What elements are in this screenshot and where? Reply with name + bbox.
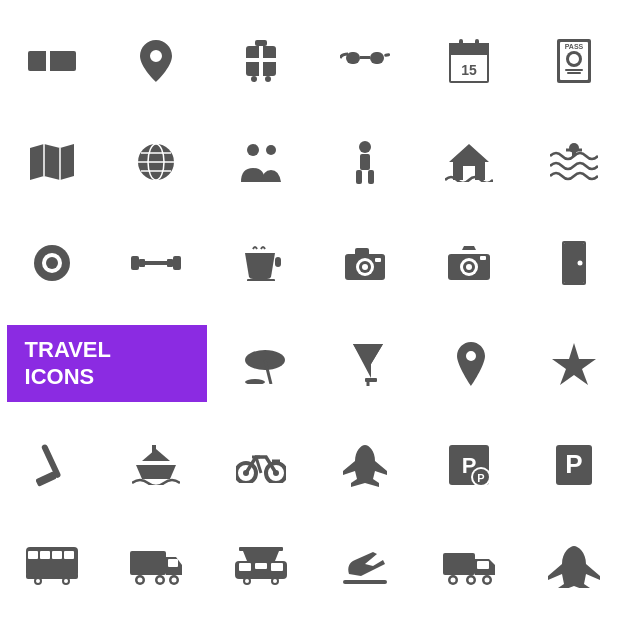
icon-row-3 — [0, 212, 626, 313]
svg-rect-111 — [239, 563, 251, 571]
taxi-icon — [216, 547, 306, 585]
svg-rect-1 — [46, 45, 50, 77]
svg-rect-112 — [271, 563, 283, 571]
svg-rect-47 — [167, 259, 173, 267]
coffee-icon — [216, 245, 306, 281]
svg-text:PASS: PASS — [565, 43, 584, 50]
svg-point-68 — [245, 379, 265, 384]
svg-point-60 — [466, 264, 472, 270]
svg-rect-48 — [173, 256, 181, 270]
svg-rect-35 — [368, 170, 374, 184]
svg-text:15: 15 — [462, 62, 478, 78]
wrench-icon — [7, 443, 97, 487]
delivery-truck-icon — [424, 547, 514, 585]
truck-icon — [111, 547, 201, 585]
svg-rect-2 — [255, 40, 267, 46]
svg-point-55 — [362, 264, 368, 270]
svg-rect-93 — [40, 551, 50, 559]
svg-rect-15 — [459, 39, 463, 49]
svg-rect-46 — [145, 261, 167, 265]
svg-rect-75 — [36, 471, 57, 487]
svg-rect-102 — [168, 559, 178, 567]
travel-icons-text: TRAVEL ICONS — [25, 337, 111, 390]
svg-rect-34 — [356, 170, 362, 184]
svg-text:P: P — [478, 472, 485, 484]
beach-umbrella-icon — [220, 344, 310, 384]
svg-point-107 — [158, 577, 163, 582]
icon-row-1: 15 PASS — [0, 10, 626, 111]
svg-point-108 — [172, 577, 177, 582]
svg-point-31 — [266, 145, 276, 155]
svg-rect-5 — [265, 76, 271, 82]
svg-point-65 — [577, 260, 582, 265]
svg-rect-11 — [384, 52, 390, 56]
airplane-fly-icon — [529, 544, 619, 588]
icon-row-6 — [0, 515, 626, 616]
house-water-icon — [424, 142, 514, 182]
svg-point-99 — [36, 579, 40, 583]
door-icon — [529, 241, 619, 285]
svg-point-106 — [138, 577, 143, 582]
camera-icon — [424, 246, 514, 280]
svg-rect-52 — [355, 248, 369, 256]
ship-icon — [111, 445, 201, 485]
svg-marker-77 — [142, 449, 170, 461]
svg-point-115 — [245, 579, 249, 583]
svg-point-100 — [64, 579, 68, 583]
icon-row-5: P P P — [0, 414, 626, 515]
camera-retro-icon — [320, 246, 410, 280]
svg-rect-71 — [365, 378, 377, 382]
main-container: 15 PASS — [0, 0, 626, 626]
svg-point-30 — [247, 144, 259, 156]
icon-row-4: TRAVEL ICONS — [0, 313, 626, 414]
ticket-icon — [7, 45, 97, 77]
map-icon — [7, 144, 97, 180]
svg-rect-119 — [443, 553, 475, 575]
svg-rect-117 — [255, 563, 267, 569]
svg-point-126 — [485, 577, 490, 582]
svg-rect-44 — [131, 256, 139, 270]
svg-point-124 — [451, 577, 456, 582]
passport-icon: PASS — [529, 39, 619, 83]
svg-rect-16 — [475, 39, 479, 49]
svg-point-125 — [469, 577, 474, 582]
parking-car-icon: P P — [424, 445, 514, 485]
svg-rect-101 — [130, 551, 166, 575]
star-icon — [529, 343, 619, 385]
svg-rect-94 — [52, 551, 62, 559]
lifebuoy-icon — [7, 243, 97, 283]
svg-rect-13 — [449, 43, 489, 55]
svg-rect-109 — [239, 547, 283, 551]
presenter-icon — [320, 140, 410, 184]
svg-rect-118 — [343, 580, 387, 584]
svg-rect-22 — [565, 69, 583, 71]
svg-rect-92 — [28, 551, 38, 559]
dumbbell-icon — [111, 252, 201, 274]
svg-rect-8 — [346, 52, 360, 64]
bicycle-icon — [216, 447, 306, 483]
svg-rect-61 — [480, 256, 486, 260]
svg-point-43 — [46, 257, 58, 269]
svg-point-116 — [273, 579, 277, 583]
airplane-depart-icon — [320, 548, 410, 584]
airplane-icon — [320, 443, 410, 487]
svg-rect-45 — [139, 259, 145, 267]
icon-row-2 — [0, 111, 626, 212]
svg-point-32 — [359, 141, 371, 153]
cocktail-icon — [323, 342, 413, 386]
title-label: TRAVEL ICONS — [7, 325, 207, 402]
svg-rect-7 — [246, 58, 276, 62]
map-pin-icon — [426, 342, 516, 386]
svg-rect-9 — [370, 52, 384, 64]
luggage-icon — [216, 40, 306, 82]
sunglasses-icon — [320, 50, 410, 72]
svg-point-21 — [569, 54, 579, 64]
calendar-icon: 15 — [424, 39, 514, 83]
svg-text:P: P — [565, 449, 582, 479]
svg-marker-70 — [353, 344, 383, 364]
svg-marker-73 — [552, 343, 596, 385]
svg-rect-56 — [375, 258, 381, 262]
svg-rect-4 — [251, 76, 257, 82]
pool-icon — [529, 142, 619, 182]
svg-rect-10 — [360, 56, 370, 59]
